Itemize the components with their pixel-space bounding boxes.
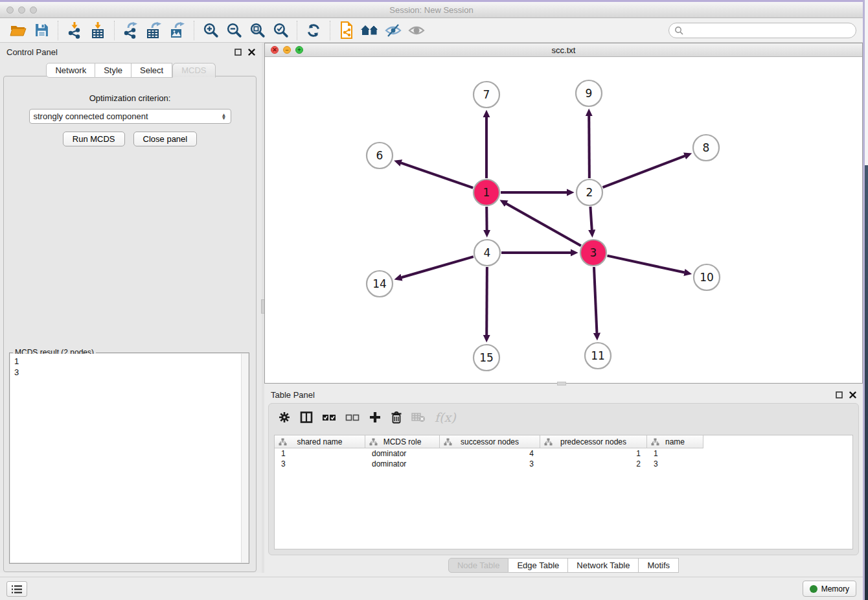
close-panel-icon[interactable]: [248, 49, 255, 56]
float-panel-icon[interactable]: [836, 391, 843, 398]
column-header-shared-name[interactable]: shared name: [275, 435, 365, 448]
graph-node-7[interactable]: 7: [474, 82, 499, 108]
export-image-icon: [169, 22, 186, 39]
save-session-button[interactable]: [30, 20, 53, 41]
table-cell[interactable]: 1: [275, 448, 365, 459]
graph-node-3[interactable]: 3: [580, 240, 606, 266]
graph-node-6[interactable]: 6: [367, 143, 393, 168]
network-canvas[interactable]: 7968124314101511: [265, 57, 862, 383]
table-cell[interactable]: 1: [647, 448, 703, 459]
graph-node-9[interactable]: 9: [576, 80, 602, 106]
search-field[interactable]: [668, 23, 856, 38]
graph-node-14[interactable]: 14: [367, 271, 393, 297]
graph-node-2[interactable]: 2: [577, 179, 602, 205]
import-network-button[interactable]: [63, 20, 86, 41]
close-panel-button[interactable]: Close panel: [133, 132, 198, 146]
column-header-name[interactable]: name: [647, 435, 703, 448]
graph-node-10[interactable]: 10: [694, 264, 720, 290]
graph-edge-3-1[interactable]: [506, 203, 580, 246]
zoom-selected-button[interactable]: [269, 20, 292, 41]
result-scrollbar[interactable]: [241, 354, 248, 562]
table-row[interactable]: 3dominator323: [275, 459, 852, 469]
toolbar-separator: [194, 21, 194, 40]
show-column-panel-button[interactable]: [300, 410, 313, 424]
tab-edge-table[interactable]: Edge Table: [508, 558, 568, 573]
table-row[interactable]: 1dominator411: [275, 448, 852, 459]
graph-edge-3-10[interactable]: [607, 256, 684, 273]
table-panel-tabs: Node TableEdge TableNetwork TableMotifs: [264, 558, 863, 573]
tab-node-table[interactable]: Node Table: [448, 558, 509, 573]
graph-node-11[interactable]: 11: [585, 343, 611, 369]
run-mcds-button[interactable]: Run MCDS: [63, 132, 125, 146]
task-history-button[interactable]: [6, 581, 27, 597]
criterion-select[interactable]: strongly connected component ▲▼: [29, 109, 231, 124]
hide-selected-button[interactable]: [382, 20, 405, 41]
delete-table-button[interactable]: [411, 410, 426, 424]
plus-icon: [369, 411, 382, 424]
graph-edge-2-8[interactable]: [603, 156, 685, 188]
table-cell[interactable]: 3: [647, 459, 703, 469]
network-window-titlebar[interactable]: ✕ – + scc.txt: [265, 43, 862, 57]
table-options-button[interactable]: [278, 410, 291, 424]
mcds-result-textarea[interactable]: 13: [10, 354, 248, 562]
open-session-button[interactable]: [6, 20, 30, 41]
unselect-all-columns-button[interactable]: [345, 410, 360, 424]
graph-edge-4-15[interactable]: [486, 267, 487, 335]
zoom-in-button[interactable]: [199, 20, 222, 41]
graph-edge-1-6[interactable]: [401, 163, 473, 187]
refresh-button[interactable]: [302, 20, 325, 41]
column-header-predecessor-nodes[interactable]: predecessor nodes: [540, 435, 647, 448]
tab-mcds[interactable]: MCDS: [172, 63, 215, 78]
float-panel-icon[interactable]: [234, 49, 242, 56]
export-network-button[interactable]: [119, 20, 143, 41]
export-image-button[interactable]: [166, 20, 189, 41]
search-icon: [674, 26, 683, 35]
graph-edge-4-14[interactable]: [402, 257, 474, 277]
zoom-fit-button[interactable]: [246, 20, 269, 41]
table-cell[interactable]: dominator: [365, 448, 440, 459]
toolbar-separator: [58, 21, 58, 40]
zoom-in-icon: [203, 22, 219, 38]
show-all-button[interactable]: [405, 20, 428, 41]
search-input[interactable]: [683, 26, 851, 35]
status-bar: Memory: [0, 577, 863, 600]
graph-node-4[interactable]: 4: [474, 240, 500, 266]
table-panel-title: Table Panel: [271, 390, 315, 400]
table-cell[interactable]: 3: [275, 459, 365, 469]
memory-button[interactable]: Memory: [803, 581, 856, 597]
import-table-button[interactable]: [86, 20, 109, 41]
graph-edge-3-11[interactable]: [594, 267, 597, 333]
toolbar-separator: [114, 21, 115, 40]
desktop-right-top: [865, 0, 868, 165]
graph-node-15[interactable]: 15: [474, 345, 499, 371]
zoom-out-button[interactable]: [222, 20, 246, 41]
column-header-successor-nodes[interactable]: successor nodes: [440, 435, 540, 448]
new-network-from-selection-button[interactable]: [335, 20, 358, 41]
close-panel-icon[interactable]: [849, 391, 856, 398]
table-cell[interactable]: 3: [440, 459, 540, 469]
graph-edge-2-9[interactable]: [589, 116, 589, 178]
tab-network[interactable]: Network: [46, 63, 95, 78]
table-cell[interactable]: dominator: [365, 459, 440, 469]
apply-function-button[interactable]: f(x): [435, 410, 456, 424]
graph-node-label: 15: [479, 351, 494, 364]
export-table-button[interactable]: [143, 20, 166, 41]
tab-select[interactable]: Select: [131, 63, 172, 78]
network-document-icon: [339, 21, 354, 39]
table-panel-header: Table Panel: [264, 386, 863, 404]
add-column-button[interactable]: [369, 410, 382, 424]
tab-motifs[interactable]: Motifs: [639, 558, 679, 573]
column-header-MCDS-role[interactable]: MCDS role: [365, 435, 440, 448]
first-neighbors-button[interactable]: [358, 20, 382, 41]
delete-columns-button[interactable]: [391, 410, 402, 424]
table-cell[interactable]: 4: [440, 448, 540, 459]
table-cell[interactable]: 1: [540, 448, 647, 459]
tab-style[interactable]: Style: [95, 63, 131, 78]
table-cell[interactable]: 2: [540, 459, 647, 469]
select-all-columns-button[interactable]: [322, 410, 336, 424]
graph-edge-2-3[interactable]: [590, 207, 591, 230]
tab-network-table[interactable]: Network Table: [568, 558, 639, 573]
zoom-out-icon: [226, 22, 242, 38]
graph-node-8[interactable]: 8: [693, 135, 719, 161]
graph-node-1[interactable]: 1: [474, 179, 499, 205]
